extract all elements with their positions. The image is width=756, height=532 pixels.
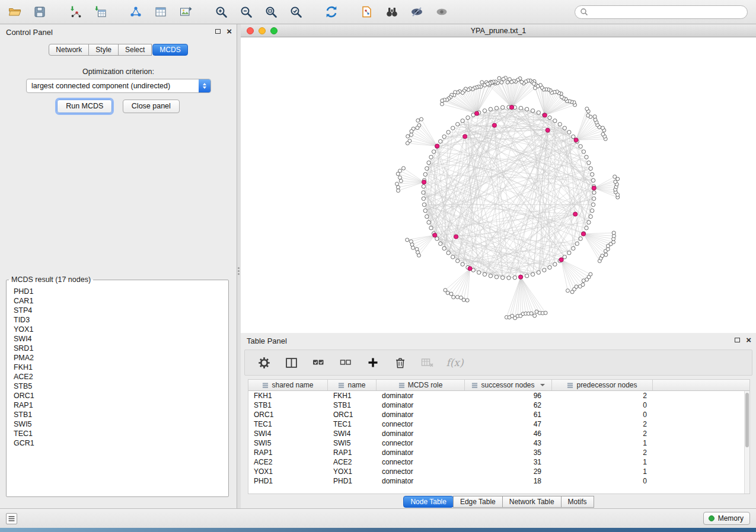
deselect-all-button[interactable] bbox=[339, 355, 353, 370]
table-cell[interactable]: 2 bbox=[552, 429, 653, 438]
new-table-button[interactable] bbox=[151, 2, 171, 21]
table-cell[interactable]: dominator bbox=[377, 391, 465, 400]
table-settings-button[interactable] bbox=[257, 355, 271, 370]
table-cell[interactable]: SWI5 bbox=[328, 438, 377, 448]
mcds-result-item[interactable]: TID3 bbox=[14, 315, 221, 325]
refresh-button[interactable] bbox=[321, 2, 342, 21]
tab-select[interactable]: Select bbox=[118, 44, 152, 56]
mcds-result-item[interactable]: SWI5 bbox=[14, 419, 221, 429]
table-cell[interactable]: 2 bbox=[552, 419, 653, 429]
tab-mcds[interactable]: MCDS bbox=[152, 44, 187, 56]
table-cell[interactable]: SWI4 bbox=[248, 429, 328, 438]
table-cell[interactable]: 43 bbox=[465, 438, 552, 448]
function-builder-button[interactable]: f(x) bbox=[448, 355, 462, 370]
search-field[interactable] bbox=[575, 5, 748, 19]
table-cell[interactable]: SWI5 bbox=[248, 438, 328, 448]
table-cell[interactable]: 31 bbox=[465, 457, 552, 467]
mcds-result-item[interactable]: SRD1 bbox=[14, 344, 221, 353]
tab-node-table[interactable]: Node Table bbox=[403, 496, 454, 508]
table-cell[interactable]: dominator bbox=[377, 410, 465, 419]
table-cell[interactable]: 46 bbox=[465, 429, 552, 438]
table-cell[interactable]: 0 bbox=[552, 476, 653, 486]
table-scrollbar[interactable] bbox=[744, 391, 749, 493]
table-cell[interactable]: 0 bbox=[552, 400, 653, 410]
network-graph[interactable] bbox=[241, 37, 756, 333]
zoom-fit-button[interactable] bbox=[261, 2, 281, 21]
table-cell[interactable]: 1 bbox=[552, 467, 653, 476]
table-row[interactable]: FKH1FKH1dominator962 bbox=[248, 391, 749, 400]
table-row[interactable]: YOX1YOX1connector291 bbox=[248, 467, 749, 476]
table-row[interactable]: ACE2ACE2connector311 bbox=[248, 457, 749, 467]
zoom-selected-button[interactable] bbox=[286, 2, 306, 21]
mcds-result-item[interactable]: PHD1 bbox=[14, 287, 221, 296]
show-elements-button[interactable] bbox=[432, 2, 452, 21]
zoom-window-button[interactable] bbox=[270, 27, 277, 34]
table-cell[interactable]: ORC1 bbox=[248, 410, 328, 419]
memory-button[interactable]: Memory bbox=[703, 512, 750, 525]
float-table-panel-icon[interactable] bbox=[735, 338, 740, 342]
close-window-button[interactable] bbox=[247, 27, 254, 34]
table-row[interactable]: TEC1TEC1connector472 bbox=[248, 419, 749, 429]
table-cell[interactable]: 62 bbox=[465, 400, 552, 410]
table-cell[interactable]: 1 bbox=[552, 438, 653, 448]
new-network-button[interactable] bbox=[126, 2, 146, 21]
table-row[interactable]: PHD1PHD1dominator180 bbox=[248, 476, 749, 486]
scrollbar-thumb[interactable] bbox=[745, 393, 749, 447]
delete-table-button[interactable] bbox=[420, 355, 435, 370]
tab-network-table[interactable]: Network Table bbox=[502, 496, 562, 508]
mcds-result-item[interactable]: TEC1 bbox=[14, 429, 221, 438]
table-cell[interactable]: STB1 bbox=[248, 400, 328, 410]
table-cell[interactable]: SWI4 bbox=[328, 429, 377, 438]
table-cell[interactable]: ORC1 bbox=[328, 410, 377, 419]
search-input[interactable] bbox=[588, 8, 742, 16]
column-header-shared-name[interactable]: shared name bbox=[248, 380, 328, 390]
show-panel-toggle[interactable] bbox=[6, 513, 17, 524]
table-cell[interactable]: ACE2 bbox=[248, 457, 328, 467]
select-all-button[interactable] bbox=[311, 355, 326, 370]
zoom-out-button[interactable] bbox=[236, 2, 256, 21]
search-network-button[interactable] bbox=[382, 2, 402, 21]
import-table-button[interactable] bbox=[90, 2, 110, 21]
table-row[interactable]: STB1STB1dominator620 bbox=[248, 400, 749, 410]
table-cell[interactable]: 61 bbox=[465, 410, 552, 419]
column-header-successor-nodes[interactable]: successor nodes bbox=[465, 380, 552, 390]
mcds-result-item[interactable]: GCR1 bbox=[14, 438, 221, 448]
table-cell[interactable]: 47 bbox=[465, 419, 552, 429]
table-row[interactable]: SWI5SWI5connector431 bbox=[248, 438, 749, 448]
table-row[interactable]: ORC1ORC1dominator610 bbox=[248, 410, 749, 419]
table-cell[interactable]: 96 bbox=[465, 391, 552, 400]
table-cell[interactable]: connector bbox=[377, 457, 465, 467]
close-panel-icon[interactable]: × bbox=[227, 28, 232, 35]
table-cell[interactable]: connector bbox=[377, 438, 465, 448]
table-row[interactable]: RAP1RAP1dominator352 bbox=[248, 448, 749, 457]
show-columns-button[interactable] bbox=[284, 355, 298, 370]
tab-edge-table[interactable]: Edge Table bbox=[453, 496, 503, 508]
tab-style[interactable]: Style bbox=[88, 44, 119, 56]
table-cell[interactable]: 1 bbox=[552, 457, 653, 467]
table-cell[interactable]: dominator bbox=[377, 448, 465, 457]
mcds-result-list[interactable]: PHD1CAR1STP4TID3YOX1SWI4SRD1PMA2FKH1ACE2… bbox=[9, 285, 226, 494]
table-cell[interactable]: PHD1 bbox=[328, 476, 377, 486]
table-cell[interactable]: dominator bbox=[377, 400, 465, 410]
table-cell[interactable]: ACE2 bbox=[328, 457, 377, 467]
network-canvas[interactable] bbox=[241, 37, 756, 333]
zoom-in-button[interactable] bbox=[211, 2, 231, 21]
mcds-result-item[interactable]: YOX1 bbox=[14, 325, 221, 334]
column-header-predecessor-nodes[interactable]: predecessor nodes bbox=[552, 380, 653, 390]
export-image-button[interactable] bbox=[176, 2, 196, 21]
table-cell[interactable]: 35 bbox=[465, 448, 552, 457]
mcds-result-item[interactable]: ACE2 bbox=[14, 372, 221, 382]
tab-motifs[interactable]: Motifs bbox=[561, 496, 594, 508]
import-network-button[interactable] bbox=[65, 2, 85, 21]
table-cell[interactable]: RAP1 bbox=[248, 448, 328, 457]
table-cell[interactable]: TEC1 bbox=[328, 419, 377, 429]
table-cell[interactable]: connector bbox=[377, 419, 465, 429]
table-row[interactable]: SWI4SWI4dominator462 bbox=[248, 429, 749, 438]
mcds-result-item[interactable]: STP4 bbox=[14, 306, 221, 315]
mcds-result-item[interactable]: CAR1 bbox=[14, 296, 221, 306]
criterion-dropdown[interactable]: largest connected component (undirected) bbox=[26, 79, 211, 93]
mcds-result-item[interactable]: RAP1 bbox=[14, 400, 221, 410]
table-cell[interactable]: FKH1 bbox=[248, 391, 328, 400]
mcds-result-item[interactable]: ORC1 bbox=[14, 391, 221, 400]
mcds-result-item[interactable]: PMA2 bbox=[14, 353, 221, 363]
